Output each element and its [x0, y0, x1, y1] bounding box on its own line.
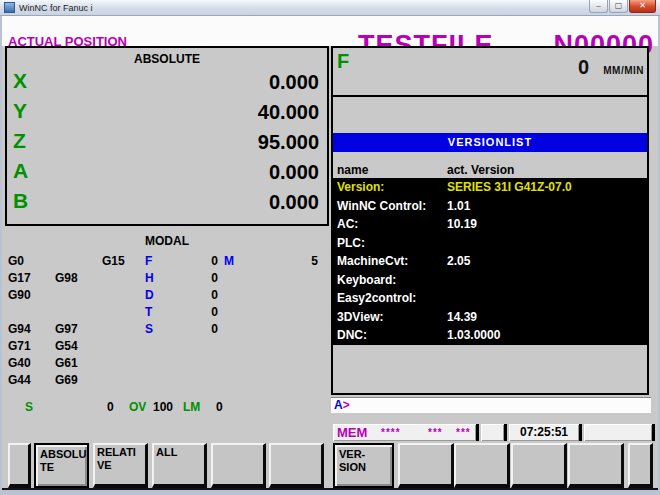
component-name: 3DView: [337, 310, 383, 324]
gcode: G15 [102, 254, 125, 268]
override-value: 100 [153, 400, 173, 414]
component-name: MachineCvt: [337, 254, 408, 268]
component-version: 2.05 [447, 254, 470, 268]
status-stars: *** [456, 427, 471, 438]
versionlist-row: WinNC Control: 1.01 [333, 197, 647, 216]
softkey-blank[interactable] [511, 443, 567, 488]
axis-row-a: A 0.000 [7, 158, 327, 188]
modal-panel-title: MODAL [5, 234, 329, 254]
versionlist-row: PLC: [333, 234, 647, 253]
gcode: G69 [55, 373, 78, 387]
versionlist-row: Easy2control: [333, 289, 647, 308]
modal-panel: MODAL G0 G15 F 0 M 5 G17 G98 H 0 G90 D 0… [5, 234, 329, 394]
axis-value: 95.000 [258, 131, 319, 154]
component-version: 1.01 [447, 199, 470, 213]
mode-indicator: MEM [337, 425, 367, 440]
modal-value: 0 [155, 254, 218, 268]
versionlist-title: VERSIONLIST [333, 133, 647, 152]
softkey-blank[interactable] [568, 443, 624, 488]
modal-row: G40 G61 [5, 356, 329, 373]
axis-row-y: Y 40.000 [7, 98, 327, 128]
component-name: AC: [337, 217, 358, 231]
softkey-blank[interactable] [8, 443, 31, 488]
command-line[interactable]: A> [331, 397, 651, 413]
modal-value: 0 [155, 322, 218, 336]
modal-letter: T [145, 305, 152, 319]
component-name: Easy2control: [337, 291, 416, 305]
gcode: G94 [8, 322, 31, 336]
versionlist-column-headers: name act. Version [333, 163, 647, 178]
axis-row-b: B 0.000 [7, 188, 327, 218]
modal-row: G0 G15 F 0 M 5 [5, 254, 329, 271]
component-name: Version: [337, 180, 384, 194]
softkey-all[interactable]: ALL [152, 443, 207, 488]
gcode: G97 [55, 322, 78, 336]
axis-value: 0.000 [269, 161, 319, 184]
spindle-status-row: S 0 OV 100 LM 0 [5, 400, 329, 417]
softkey-relative[interactable]: RELATI VE [93, 443, 148, 488]
axis-value: 0.000 [269, 71, 319, 94]
modal-letter: S [145, 322, 153, 336]
window-controls: – ▢ ✕ [589, 0, 656, 13]
modal-value: 5 [250, 254, 318, 268]
gcode: G17 [8, 271, 31, 285]
softkey-blank[interactable] [628, 443, 653, 488]
component-name: WinNC Control: [337, 199, 426, 213]
gcode: G40 [8, 356, 31, 370]
gcode: G98 [55, 271, 78, 285]
bottom-divider [2, 488, 658, 490]
spindle-label: S [25, 400, 33, 414]
status-stars: *** [428, 427, 443, 438]
modal-letter: D [145, 288, 154, 302]
component-name: DNC: [337, 328, 367, 342]
axis-row-z: Z 95.000 [7, 128, 327, 158]
axis-row-x: X 0.000 [7, 68, 327, 98]
versionlist-row: AC: 10.19 [333, 215, 647, 234]
title-bar[interactable]: WinNC for Fanuc i – ▢ ✕ [0, 0, 660, 16]
component-version: SERIES 31I G41Z-07.0 [447, 180, 572, 194]
component-version: 10.19 [447, 217, 477, 231]
versionlist-body: Version: SERIES 31I G41Z-07.0 WinNC Cont… [333, 178, 647, 345]
column-header-version: act. Version [447, 163, 514, 177]
component-version: 1.03.0000 [447, 328, 500, 342]
softkey-blank[interactable] [398, 443, 454, 488]
minimize-icon[interactable]: – [589, 0, 608, 13]
softkey-blank[interactable] [454, 443, 510, 488]
softkey-blank[interactable] [269, 443, 324, 488]
versionlist-row: Version: SERIES 31I G41Z-07.0 [333, 178, 647, 197]
axis-label: B [13, 189, 28, 213]
modal-letter: F [145, 254, 152, 268]
gcode: G61 [55, 356, 78, 370]
gcode: G71 [8, 339, 31, 353]
app-icon [4, 2, 15, 13]
modal-row: G44 G69 [5, 373, 329, 390]
axis-value: 40.000 [258, 101, 319, 124]
clock: 07:25:51 [509, 424, 582, 441]
modal-value: 0 [155, 271, 218, 285]
axis-label: Y [13, 99, 27, 123]
softkey-absolute[interactable]: ABSOLU TE [34, 443, 89, 488]
axis-label: Z [13, 129, 26, 153]
versionlist-row: Keyboard: [333, 271, 647, 290]
gcode: G54 [55, 339, 78, 353]
feed-label: F [337, 50, 349, 73]
close-icon[interactable]: ✕ [629, 0, 656, 13]
axis-label: A [13, 159, 28, 183]
softkey-blank[interactable] [211, 443, 266, 488]
softkey-version[interactable]: VER- SION [333, 443, 394, 488]
maximize-icon[interactable]: ▢ [609, 0, 628, 13]
axis-label: X [13, 69, 27, 93]
absolute-panel-title: ABSOLUTE [7, 48, 327, 68]
versionlist-row: MachineCvt: 2.05 [333, 252, 647, 271]
modal-row: G17 G98 H 0 [5, 271, 329, 288]
lm-label: LM [183, 400, 200, 414]
prompt-letter: A [334, 398, 343, 412]
status-stars: **** [381, 427, 401, 438]
modal-value: 0 [155, 305, 218, 319]
spindle-value: 0 [107, 400, 114, 414]
absolute-position-panel: ABSOLUTE X 0.000 Y 40.000 Z 95.000 A 0.0… [5, 46, 329, 226]
right-panel: F 0 MM/MIN VERSIONLIST name act. Version… [331, 46, 649, 395]
gcode: G0 [8, 254, 24, 268]
modal-letter: H [145, 271, 154, 285]
component-name: Keyboard: [337, 273, 396, 287]
